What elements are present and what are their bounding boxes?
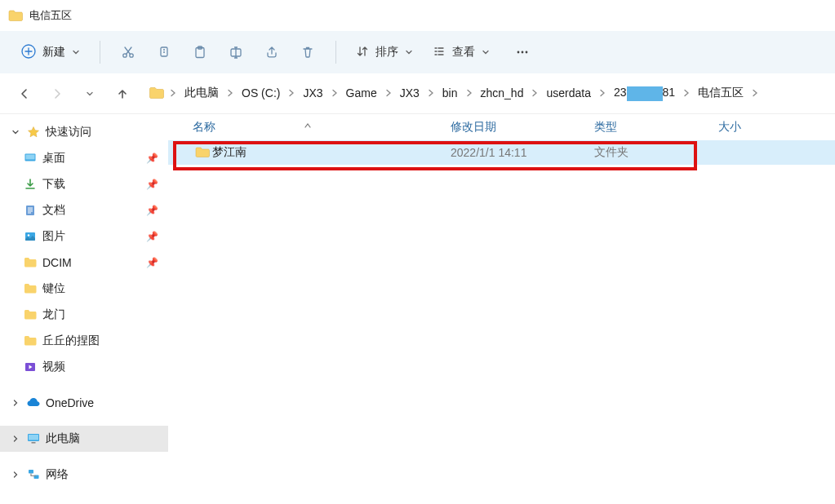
breadcrumb-item-current[interactable]: 电信五区	[693, 82, 748, 104]
chevron-down-icon	[482, 46, 490, 59]
back-button[interactable]	[11, 81, 38, 107]
sidebar-label: 下载	[42, 177, 140, 192]
sidebar-network[interactable]: 网络	[0, 462, 168, 488]
nav-row: 此电脑 OS (C:) JX3 Game JX3 bin zhcn_hd use…	[0, 73, 835, 114]
breadcrumb-item-censored[interactable]: 2381	[609, 82, 680, 104]
breadcrumb-item[interactable]: userdata	[541, 83, 595, 103]
chevron-right-icon[interactable]	[750, 89, 760, 97]
chevron-right-icon[interactable]	[426, 89, 436, 97]
chevron-right-icon[interactable]	[225, 89, 235, 97]
column-header-type[interactable]: 类型	[594, 120, 718, 135]
svg-rect-11	[26, 155, 35, 160]
breadcrumb-censored-suffix: 81	[663, 86, 676, 99]
chevron-right-icon[interactable]	[530, 89, 540, 97]
sidebar-quick-access[interactable]: 快速访问	[0, 119, 168, 145]
breadcrumb[interactable]: 此电脑 OS (C:) JX3 Game JX3 bin zhcn_hd use…	[149, 82, 824, 104]
window-title: 电信五区	[29, 8, 72, 23]
network-icon	[26, 467, 41, 482]
sidebar-label: OneDrive	[46, 396, 168, 409]
pin-icon: 📌	[145, 257, 158, 268]
breadcrumb-item[interactable]: Game	[341, 83, 382, 103]
breadcrumb-item[interactable]: JX3	[395, 83, 424, 103]
new-label: 新建	[42, 45, 65, 60]
breadcrumb-item[interactable]: OS (C:)	[237, 83, 285, 103]
censored-block	[627, 86, 663, 101]
sidebar-item-pictures[interactable]: 图片 📌	[0, 223, 168, 250]
file-row[interactable]: 梦江南 2022/1/1 14:11 文件夹	[168, 140, 835, 165]
sidebar-this-pc[interactable]: 此电脑	[0, 426, 168, 452]
share-button[interactable]	[255, 38, 288, 67]
main: 快速访问 桌面 📌 下载 📌 文档 📌 图片 📌 DCIM 📌	[0, 114, 835, 504]
chevron-right-icon[interactable]	[464, 89, 474, 97]
column-label: 修改日期	[451, 120, 496, 133]
breadcrumb-item[interactable]: bin	[437, 83, 463, 103]
pin-icon: 📌	[145, 231, 158, 242]
chevron-right-icon[interactable]	[10, 469, 21, 480]
chevron-right-icon[interactable]	[597, 89, 607, 97]
copy-button[interactable]	[148, 38, 180, 67]
rename-button[interactable]	[220, 38, 252, 67]
view-button[interactable]: 查看	[424, 40, 498, 65]
cloud-icon	[26, 396, 41, 410]
sort-label: 排序	[375, 45, 398, 60]
more-button[interactable]	[506, 38, 539, 67]
delete-button[interactable]	[291, 38, 324, 67]
sort-button[interactable]: 排序	[348, 40, 421, 65]
sidebar-item-folder[interactable]: 丘丘的捏图	[0, 328, 168, 354]
svg-point-7	[517, 51, 520, 54]
sidebar-item-folder[interactable]: 龙门	[0, 302, 168, 328]
folder-icon	[23, 307, 38, 322]
cut-button[interactable]	[112, 38, 144, 67]
breadcrumb-item[interactable]: JX3	[298, 83, 327, 103]
column-headers: 名称 修改日期 类型 大小	[168, 114, 835, 140]
folder-icon	[193, 147, 212, 158]
column-header-date[interactable]: 修改日期	[451, 120, 594, 135]
svg-rect-17	[29, 435, 38, 440]
sidebar-item-dcim[interactable]: DCIM 📌	[0, 250, 168, 276]
sidebar-label: 此电脑	[46, 431, 168, 446]
folder-icon	[149, 86, 165, 99]
sidebar-onedrive[interactable]: OneDrive	[0, 390, 168, 416]
up-button[interactable]	[109, 81, 135, 107]
sidebar-label: 快速访问	[46, 125, 168, 139]
sidebar-item-folder[interactable]: 键位	[0, 276, 168, 302]
monitor-icon	[26, 431, 41, 446]
file-date: 2022/1/1 14:11	[451, 146, 594, 159]
chevron-right-icon[interactable]	[286, 89, 296, 97]
paste-button[interactable]	[184, 38, 216, 67]
svg-rect-12	[26, 206, 34, 215]
recent-dropdown[interactable]	[77, 81, 103, 107]
breadcrumb-item[interactable]: 此电脑	[180, 82, 224, 104]
chevron-down-icon	[72, 46, 80, 59]
sidebar-item-documents[interactable]: 文档 📌	[0, 197, 168, 223]
sidebar-item-downloads[interactable]: 下载 📌	[0, 171, 168, 197]
chevron-right-icon[interactable]	[682, 89, 691, 97]
file-list: 名称 修改日期 类型 大小 梦江南 2022/1/1 14:11 文件夹	[168, 114, 835, 504]
folder-icon	[23, 255, 38, 270]
forward-button[interactable]	[44, 81, 70, 107]
sidebar-item-videos[interactable]: 视频	[0, 354, 168, 380]
svg-rect-18	[32, 442, 36, 444]
chevron-right-icon[interactable]	[330, 89, 340, 97]
new-button[interactable]: 新建	[13, 39, 88, 66]
title-bar: 电信五区	[0, 0, 835, 31]
desktop-icon	[23, 151, 38, 166]
sidebar-item-desktop[interactable]: 桌面 📌	[0, 145, 168, 171]
sidebar: 快速访问 桌面 📌 下载 📌 文档 📌 图片 📌 DCIM 📌	[0, 114, 168, 504]
chevron-right-icon[interactable]	[384, 89, 393, 97]
breadcrumb-item[interactable]: zhcn_hd	[476, 83, 529, 103]
file-type: 文件夹	[594, 145, 718, 160]
chevron-down-icon[interactable]	[10, 126, 21, 138]
chevron-right-icon[interactable]	[10, 397, 21, 409]
pin-icon: 📌	[145, 205, 158, 216]
svg-point-9	[526, 51, 528, 54]
svg-point-8	[522, 51, 524, 54]
sidebar-label: 网络	[46, 467, 168, 482]
chevron-right-icon[interactable]	[168, 89, 178, 97]
column-header-size[interactable]: 大小	[718, 120, 835, 135]
column-header-name[interactable]: 名称	[193, 120, 451, 135]
chevron-right-icon[interactable]	[10, 433, 21, 444]
pin-icon: 📌	[145, 153, 158, 164]
chevron-down-icon	[405, 46, 413, 59]
view-icon	[433, 45, 446, 60]
